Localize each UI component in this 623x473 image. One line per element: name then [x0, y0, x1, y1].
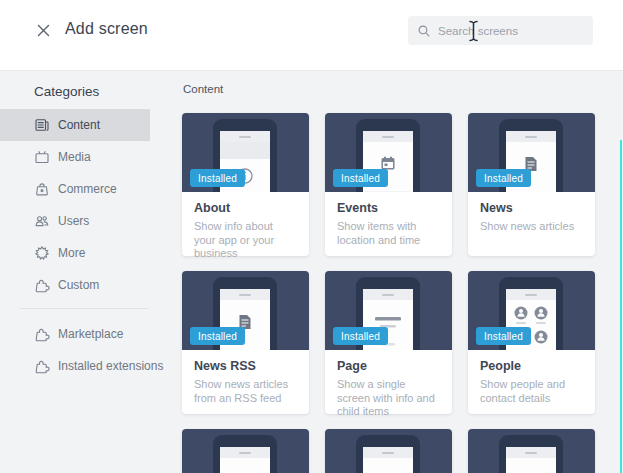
installed-badge: Installed [333, 327, 388, 345]
installed-badge: Installed [476, 327, 531, 345]
sidebar-item-installed-extensions[interactable]: Installed extensions [0, 350, 150, 382]
card-preview: Installed [182, 271, 309, 350]
phone-screen-content [363, 458, 413, 473]
card-preview [325, 429, 452, 473]
screen-gallery: Content Installed About Show info about … [150, 71, 623, 473]
card-title: About [194, 201, 297, 215]
top-bar: Add screen Search screens [0, 0, 623, 71]
close-button[interactable] [33, 20, 53, 40]
sidebar-item-label: Marketplace [58, 327, 123, 341]
categories-sidebar: Categories Content Media Commerce Users … [0, 71, 150, 473]
installed-badge: Installed [190, 169, 245, 187]
sidebar-item-label: Content [58, 118, 100, 132]
card-preview [182, 429, 309, 473]
screen-card-partial[interactable] [325, 429, 452, 473]
card-description: Show people and contact details [480, 378, 583, 405]
phone-screen-content [506, 458, 556, 473]
phone-mockup [356, 435, 420, 473]
card-preview: Installed [325, 271, 452, 350]
sidebar-item-custom[interactable]: Custom [0, 269, 150, 301]
sidebar-item-content[interactable]: Content [0, 109, 150, 141]
newspaper-icon [34, 117, 50, 133]
burst-icon [34, 245, 50, 261]
card-preview: Installed [182, 113, 309, 192]
card-preview: Installed [468, 113, 595, 192]
search-input[interactable]: Search screens [408, 16, 593, 45]
sidebar-item-more[interactable]: More [0, 237, 150, 269]
puzzle-icon [34, 277, 50, 293]
search-icon [417, 24, 431, 38]
section-label: Content [183, 83, 223, 95]
puzzle-icon [34, 326, 50, 342]
card-title: News [480, 201, 583, 215]
dialog-body: Categories Content Media Commerce Users … [0, 71, 623, 473]
card-title: News RSS [194, 359, 297, 373]
card-description: Show info about your app or your busines… [194, 220, 297, 261]
card-title: Page [337, 359, 440, 373]
screen-card-page[interactable]: Installed Page Show a single screen with… [325, 271, 452, 414]
sidebar-divider [20, 308, 148, 309]
card-description: Show items with location and time [337, 220, 440, 247]
card-description: Show news articles [480, 220, 583, 234]
phone-mockup [213, 435, 277, 473]
sidebar-item-marketplace[interactable]: Marketplace [0, 318, 150, 350]
phone-mockup [499, 435, 563, 473]
screen-card-news-rss[interactable]: Installed News RSS Show news articles fr… [182, 271, 309, 414]
card-preview: Installed [325, 113, 452, 192]
page-title: Add screen [65, 20, 148, 38]
sidebar-item-label: Users [58, 214, 89, 228]
sidebar-heading: Categories [34, 84, 99, 99]
puzzle-icon [34, 358, 50, 374]
bag-icon [34, 181, 50, 197]
card-description: Show a single screen with info and child… [337, 378, 440, 419]
card-title: People [480, 359, 583, 373]
users-icon [34, 213, 50, 229]
tv-icon [34, 149, 50, 165]
category-list: Content Media Commerce Users More Custom [0, 109, 150, 301]
screen-card-news[interactable]: Installed News Show news articles [468, 113, 595, 256]
screen-edge-artifact [620, 140, 622, 473]
card-description: Show news articles from an RSS feed [194, 378, 297, 405]
installed-badge: Installed [190, 327, 245, 345]
installed-badge: Installed [476, 169, 531, 187]
x-icon [36, 23, 51, 38]
sidebar-item-label: Installed extensions [58, 359, 163, 373]
screen-card-partial[interactable] [182, 429, 309, 473]
screen-card-partial[interactable] [468, 429, 595, 473]
sidebar-item-users[interactable]: Users [0, 205, 150, 237]
installed-badge: Installed [333, 169, 388, 187]
screen-card-people[interactable]: Installed People Show people and contact… [468, 271, 595, 414]
card-title: Events [337, 201, 440, 215]
sidebar-item-label: Media [58, 150, 91, 164]
sidebar-item-label: More [58, 246, 85, 260]
phone-screen-content [220, 458, 270, 473]
sidebar-item-media[interactable]: Media [0, 141, 150, 173]
text-cursor [468, 20, 479, 42]
card-grid: Installed About Show info about your app… [182, 113, 602, 473]
sidebar-item-label: Commerce [58, 182, 117, 196]
screen-card-about[interactable]: Installed About Show info about your app… [182, 113, 309, 256]
extensions-list: Marketplace Installed extensions [0, 318, 150, 382]
sidebar-item-label: Custom [58, 278, 99, 292]
sidebar-item-commerce[interactable]: Commerce [0, 173, 150, 205]
add-screen-dialog: Add screen Search screens Categories Con… [0, 0, 623, 473]
card-preview [468, 429, 595, 473]
card-preview: Installed [468, 271, 595, 350]
screen-card-events[interactable]: Installed Events Show items with locatio… [325, 113, 452, 256]
